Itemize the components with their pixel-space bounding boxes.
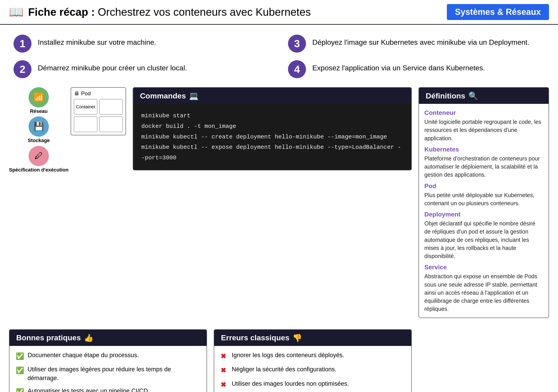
list-item-text: Négliger la sécurité des configurations. xyxy=(232,365,336,374)
definition-desc: Plateforme d'orchestration de conteneurs… xyxy=(424,154,543,179)
container-cell-3 xyxy=(74,117,97,132)
x-icon: ✖ xyxy=(220,366,228,375)
pod-icon: 🖥 xyxy=(74,90,79,97)
commands-header: Commandes 💻 xyxy=(133,88,411,104)
code-line: minikube kubectl -- expose deployment he… xyxy=(141,142,403,163)
main-content: 📶 Réseau 💾 Stockage 🖊 Spécification d'ex… xyxy=(0,81,558,325)
pod-grid: Container xyxy=(74,99,123,132)
erreurs-classiques-header: Erreurs classiques 👎 xyxy=(214,330,411,346)
icons-column: 📶 Réseau 💾 Stockage 🖊 Spécification d'ex… xyxy=(9,87,68,173)
icon-label: Spécification d'exécution xyxy=(9,167,68,173)
x-icon: ✖ xyxy=(220,351,228,361)
list-item-text: Utiliser des images lourdes non optimisé… xyxy=(232,379,349,388)
bonnes-pratiques-header: Bonnes pratiques 👍 xyxy=(9,330,207,346)
definition-desc: Plus petite unité déployable sur Kuberne… xyxy=(424,191,543,208)
definition-desc: Objet déclaratif qui spécifie le nombre … xyxy=(424,219,543,260)
bonnes-pratiques-icon: 👍 xyxy=(84,333,93,342)
page-title: Fiche récap : Orchestrez vos conteneurs … xyxy=(28,6,442,18)
code-line: minikube kubectl -- create deployment he… xyxy=(141,132,403,142)
list-item: ✅Documenter chaque étape du processus. xyxy=(16,351,200,361)
list-item-text: Automatiser les tests avec un pipeline C… xyxy=(28,387,150,392)
code-block: minikube startdocker build . -t mon_imag… xyxy=(133,104,411,170)
definition-term: Kubernetes xyxy=(424,146,543,153)
definitions-icon: 🔍 xyxy=(469,91,478,100)
icon-label: Stockage xyxy=(28,138,50,143)
icon-badge: 💾 Stockage xyxy=(9,117,68,143)
list-item-text: Documenter chaque étape du processus. xyxy=(28,351,139,360)
definitions-content: ConteneurUnité logicielle portable regro… xyxy=(419,104,549,317)
step-item: 2 Démarrez minikube pour créer un cluste… xyxy=(14,59,270,78)
step-text: Exposez l'application via un Service dan… xyxy=(312,59,485,73)
bonnes-pratiques-title: Bonnes pratiques xyxy=(16,333,81,342)
icon-circle: 📶 xyxy=(29,87,49,108)
icon-circle: 💾 xyxy=(29,117,49,137)
step-item: 4 Exposez l'application via un Service d… xyxy=(288,59,544,78)
steps-section: 1 Installez minikube sur votre machine. … xyxy=(0,25,558,81)
bonnes-pratiques-panel: Bonnes pratiques 👍 ✅Documenter chaque ét… xyxy=(9,329,207,392)
commands-panel: Commandes 💻 minikube startdocker build .… xyxy=(133,87,412,170)
x-icon: ✖ xyxy=(220,380,228,390)
erreurs-classiques-list: ✖Ignorer les logs des conteneurs déployé… xyxy=(214,346,411,392)
pod-label: 🖥 Pod xyxy=(74,90,123,97)
definition-term: Service xyxy=(424,264,543,271)
step-number: 1 xyxy=(14,35,32,53)
list-item: ✖Utiliser des images lourdes non optimis… xyxy=(220,379,405,390)
erreurs-classiques-icon: 👎 xyxy=(293,333,302,342)
icon-label: Réseau xyxy=(30,108,47,114)
bottom-section: Bonnes pratiques 👍 ✅Documenter chaque ét… xyxy=(0,325,558,392)
definition-term: Pod xyxy=(424,183,543,190)
definition-desc: Unité logicielle portable regroupant le … xyxy=(424,118,543,142)
step-item: 3 Déployez l'image sur Kubernetes avec m… xyxy=(288,34,544,53)
erreurs-classiques-title: Erreurs classiques xyxy=(221,333,289,342)
category-badge: Systèmes & Réseaux xyxy=(447,4,549,20)
diagram-panel: 📶 Réseau 💾 Stockage 🖊 Spécification d'ex… xyxy=(9,87,126,173)
book-icon: 📖 xyxy=(9,5,24,19)
icon-badge: 🖊 Spécification d'exécution xyxy=(9,146,68,173)
check-icon: ✅ xyxy=(16,351,24,361)
code-line: minikube start xyxy=(141,111,403,121)
list-item: ✅Utiliser des images légères pour réduir… xyxy=(16,365,200,383)
list-item-text: Ignorer les logs des conteneurs déployés… xyxy=(232,351,344,360)
icon-badge: 📶 Réseau xyxy=(9,87,68,114)
bonnes-pratiques-list: ✅Documenter chaque étape du processus.✅U… xyxy=(9,346,207,392)
definitions-title: Définitions xyxy=(426,92,465,100)
erreurs-classiques-panel: Erreurs classiques 👎 ✖Ignorer les logs d… xyxy=(214,329,412,392)
container-cell-4 xyxy=(99,117,123,132)
code-line: docker build . -t mon_image xyxy=(141,121,403,132)
icon-circle: 🖊 xyxy=(29,146,49,166)
container-cell-1: Container xyxy=(74,99,97,115)
definitions-panel: Définitions 🔍 ConteneurUnité logicielle … xyxy=(418,87,549,318)
header: 📖 Fiche récap : Orchestrez vos conteneur… xyxy=(0,0,558,25)
check-icon: ✅ xyxy=(16,387,24,392)
commands-title: Commandes xyxy=(140,92,186,100)
step-number: 2 xyxy=(14,60,32,78)
step-item: 1 Installez minikube sur votre machine. xyxy=(14,34,270,53)
step-number: 4 xyxy=(288,60,306,78)
list-item: ✖Ignorer les logs des conteneurs déployé… xyxy=(220,351,405,361)
list-item: ✖Négliger la sécurité des configurations… xyxy=(220,365,405,375)
container-cell-2 xyxy=(99,99,123,115)
pod-box: 🖥 Pod Container xyxy=(71,87,126,135)
step-number: 3 xyxy=(288,35,306,53)
step-text: Installez minikube sur votre machine. xyxy=(38,34,156,47)
step-text: Déployez l'image sur Kubernetes avec min… xyxy=(312,34,529,47)
check-icon: ✅ xyxy=(16,366,24,375)
definition-term: Conteneur xyxy=(424,109,543,117)
definition-desc: Abstraction qui expose un ensemble de Po… xyxy=(424,272,543,313)
list-item: ✅Automatiser les tests avec un pipeline … xyxy=(16,387,200,392)
definitions-header: Définitions 🔍 xyxy=(419,88,549,104)
list-item-text: Utiliser des images légères pour réduire… xyxy=(27,365,200,383)
commands-icon: 💻 xyxy=(189,91,199,100)
definition-term: Deployment xyxy=(424,211,543,218)
step-text: Démarrez minikube pour créer un cluster … xyxy=(38,59,187,73)
